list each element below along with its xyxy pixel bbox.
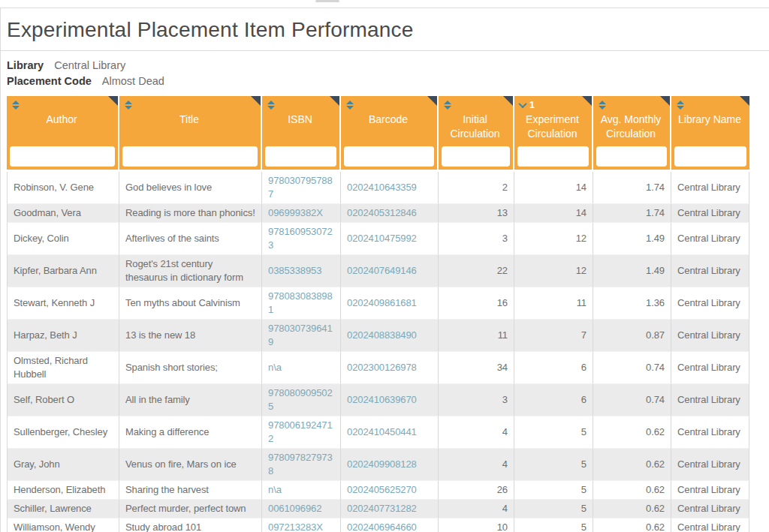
cell-library-name: Central Library: [671, 320, 749, 352]
cell-title: 13 is the new 18: [119, 320, 262, 352]
cell-avg-monthly-circulation: 0.74: [593, 384, 671, 416]
filter-corner-triangle-icon[interactable]: [427, 96, 437, 106]
cell-title: Venus on fire, Mars on ice: [119, 449, 262, 481]
cell-title: Reading is more than phonics!: [119, 204, 262, 223]
cell-isbn: 0061096962: [262, 500, 341, 518]
cell-isbn: 9780307957887: [262, 172, 341, 204]
column-header-title[interactable]: Title: [119, 96, 262, 172]
sort-updown-diamond-icon[interactable]: [267, 100, 275, 110]
cell-barcode: 0202410643359: [341, 172, 439, 204]
column-label: Title: [125, 113, 254, 127]
table-row: Goodman, VeraReading is more than phonic…: [7, 204, 749, 223]
cell-experiment-circulation: 14: [514, 172, 593, 204]
filter-input-initial-circulation[interactable]: [442, 146, 510, 167]
cell-author: Robinson, V. Gene: [7, 172, 119, 204]
cell-initial-circulation: 2: [439, 172, 514, 204]
cell-experiment-circulation: 5: [514, 449, 593, 481]
sort-up-triangle: [346, 101, 354, 104]
chevron-down-icon[interactable]: 1: [520, 100, 535, 110]
cell-title: Roget's 21st century thesaurus in dictio…: [119, 255, 262, 287]
library-filter-value: Central Library: [54, 59, 125, 71]
sort-up-triangle: [267, 101, 275, 104]
table-row: Dickey, ColinAfterlives of the saints978…: [7, 223, 749, 255]
cell-author: Schiller, Lawrence: [7, 500, 119, 518]
filter-input-author[interactable]: [10, 146, 115, 167]
table-row: Self, Robert OAll in the family978080909…: [7, 384, 749, 416]
column-header-author[interactable]: Author: [7, 96, 119, 172]
column-header-avg-monthly-circulation[interactable]: Avg. Monthly Circulation: [593, 96, 671, 172]
filter-corner-triangle-icon[interactable]: [251, 96, 261, 106]
filter-input-experiment-circulation[interactable]: [517, 146, 589, 167]
cell-isbn: 9780809095025: [262, 384, 341, 416]
filter-corner-triangle-icon[interactable]: [330, 96, 339, 106]
sort-updown-diamond-icon[interactable]: [346, 100, 354, 110]
cell-initial-circulation: 26: [439, 481, 514, 500]
filter-input-title[interactable]: [122, 146, 258, 167]
table-row: Olmsted, Richard HubbellSpanish short st…: [7, 352, 749, 384]
sort-updown-diamond-icon[interactable]: [12, 100, 20, 110]
filter-corner-triangle-icon[interactable]: [582, 96, 592, 106]
column-header-barcode[interactable]: Barcode: [341, 96, 439, 172]
cell-library-name: Central Library: [671, 255, 749, 287]
sort-diamond-glyph: [12, 101, 20, 110]
cell-initial-circulation: 22: [439, 255, 514, 287]
cell-initial-circulation: 3: [439, 384, 514, 416]
cell-barcode: 0202409861681: [341, 287, 439, 320]
sort-diamond-glyph: [267, 101, 275, 110]
table-header: AuthorTitleISBNBarcodeInitial Circulatio…: [7, 96, 749, 172]
report-filters: LibraryCentral Library Placement CodeAlm…: [7, 58, 749, 89]
cell-isbn: n\a: [262, 352, 341, 384]
cell-experiment-circulation: 5: [514, 518, 593, 532]
filter-input-library-name[interactable]: [674, 146, 746, 167]
cell-experiment-circulation: 12: [514, 223, 593, 255]
cell-author: Dickey, Colin: [7, 223, 119, 255]
cell-barcode: 0202407731282: [341, 500, 439, 518]
sort-updown-diamond-icon[interactable]: [599, 100, 606, 110]
column-header-cell: Library Name: [671, 96, 749, 170]
cell-library-name: Central Library: [671, 416, 749, 449]
cell-title: Making a difference: [119, 416, 262, 449]
filter-corner-triangle-icon[interactable]: [740, 96, 749, 106]
sort-down-triangle: [267, 106, 275, 110]
cell-author: Stewart, Kenneth J: [7, 287, 119, 320]
filter-input-barcode[interactable]: [344, 146, 434, 167]
cell-library-name: Central Library: [671, 172, 749, 204]
header-row: AuthorTitleISBNBarcodeInitial Circulatio…: [7, 96, 749, 172]
sort-updown-diamond-icon[interactable]: [677, 100, 684, 110]
cell-library-name: Central Library: [671, 223, 749, 255]
sort-diamond-glyph: [599, 101, 606, 110]
library-filter-line: LibraryCentral Library: [7, 58, 749, 74]
column-header-isbn[interactable]: ISBN: [262, 96, 341, 172]
table-row: Stewart, Kenneth JTen myths about Calvin…: [7, 287, 749, 320]
column-header-experiment-circulation[interactable]: 1Experiment Circulation: [514, 96, 593, 172]
column-label: Barcode: [346, 113, 430, 127]
cell-library-name: Central Library: [671, 352, 749, 384]
sort-updown-diamond-icon[interactable]: [125, 100, 132, 110]
filter-input-avg-monthly-circulation[interactable]: [596, 146, 667, 167]
sort-updown-diamond-icon[interactable]: [444, 100, 451, 110]
filter-corner-triangle-icon[interactable]: [660, 96, 670, 106]
library-filter-label: Library: [7, 59, 44, 71]
cell-author: Sullenberger, Chesley: [7, 416, 119, 449]
column-label: ISBN: [267, 113, 333, 127]
cell-avg-monthly-circulation: 0.62: [593, 449, 671, 481]
table-row: Henderson, ElizabethSharing the harvestn…: [7, 481, 749, 500]
column-header-cell: Barcode: [341, 96, 437, 170]
cell-initial-circulation: 16: [439, 287, 514, 320]
chevron-down-glyph: [518, 99, 526, 107]
filter-corner-triangle-icon[interactable]: [503, 96, 513, 106]
cell-experiment-circulation: 12: [514, 255, 593, 287]
cell-initial-circulation: 34: [439, 352, 514, 384]
cell-avg-monthly-circulation: 1.49: [593, 223, 671, 255]
cell-avg-monthly-circulation: 0.74: [593, 352, 671, 384]
sort-down-triangle: [677, 106, 684, 110]
column-header-initial-circulation[interactable]: Initial Circulation: [439, 96, 514, 172]
cell-title: Perfect murder, perfect town: [119, 500, 262, 518]
cell-avg-monthly-circulation: 0.87: [593, 320, 671, 352]
cell-author: Olmsted, Richard Hubbell: [7, 352, 119, 384]
filter-corner-triangle-icon[interactable]: [108, 96, 118, 106]
table-row: Robinson, V. GeneGod believes in love978…: [7, 172, 749, 204]
filter-input-isbn[interactable]: [265, 146, 336, 167]
column-header-library-name[interactable]: Library Name: [671, 96, 749, 172]
cell-library-name: Central Library: [671, 500, 749, 518]
